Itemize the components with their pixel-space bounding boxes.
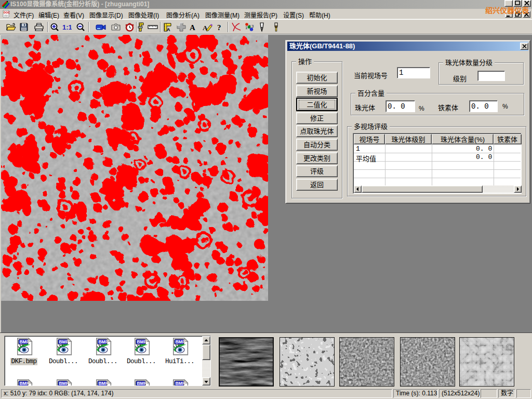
svg-text:A: A <box>167 27 170 32</box>
svg-text:1: 1 <box>245 25 248 30</box>
svg-text:A: A <box>190 23 195 31</box>
svg-text:DOC: DOC <box>4 11 10 14</box>
svg-text:?: ? <box>217 23 221 31</box>
svg-text:3: 3 <box>251 24 254 29</box>
svg-text:1:1: 1:1 <box>62 23 72 31</box>
svg-text:2: 2 <box>248 24 251 29</box>
